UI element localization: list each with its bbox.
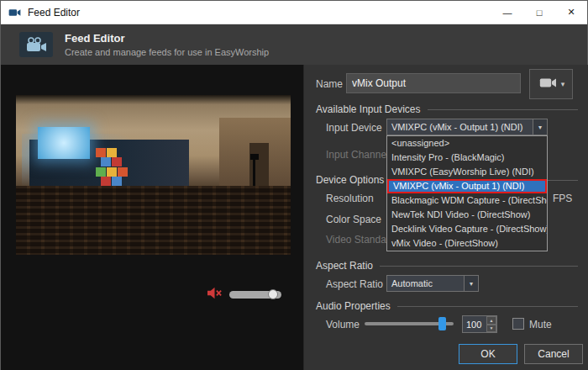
mute-label: Mute bbox=[529, 319, 552, 330]
resolution-label: Resolution bbox=[326, 193, 374, 204]
ok-button[interactable]: OK bbox=[459, 344, 517, 364]
chevron-down-icon[interactable]: ▾ bbox=[533, 119, 547, 135]
titlebar: Feed Editor — □ ✕ bbox=[1, 1, 587, 24]
dropdown-item-vmix-video[interactable]: vMix Video - (DirectShow) bbox=[387, 236, 547, 251]
stage-block bbox=[101, 177, 111, 186]
name-label: Name bbox=[316, 78, 343, 90]
close-button[interactable]: ✕ bbox=[555, 1, 587, 24]
dropdown-item-newtek-ndi[interactable]: NewTek NDI Video - (DirectShow) bbox=[387, 208, 547, 222]
dialog-title: Feed Editor bbox=[65, 32, 269, 45]
chevron-down-icon: ▾ bbox=[561, 80, 565, 88]
aspect-ratio-label: Aspect Ratio bbox=[326, 278, 383, 290]
dropdown-item-blackmagic-wdm[interactable]: Blackmagic WDM Capture - (DirectShow) bbox=[387, 193, 547, 208]
stage-block bbox=[101, 157, 111, 166]
cancel-button[interactable]: Cancel bbox=[524, 344, 583, 364]
video-preview-frame bbox=[16, 95, 291, 255]
section-device-options: Device Options bbox=[316, 174, 384, 186]
window-title: Feed Editor bbox=[28, 7, 80, 18]
maximize-button[interactable]: □ bbox=[523, 1, 555, 24]
muted-speaker-icon[interactable] bbox=[207, 287, 223, 303]
input-device-combo[interactable]: VMIXPC (vMix - Output 1) (NDI) ▾ bbox=[386, 119, 548, 135]
input-device-value: VMIXPC (vMix - Output 1) (NDI) bbox=[387, 122, 533, 132]
chevron-down-icon[interactable]: ▾ bbox=[464, 276, 478, 291]
dropdown-item-vmixpc-easyworship[interactable]: VMIXPC (EasyWorship Live) (NDI) bbox=[387, 165, 547, 179]
volume-slider[interactable] bbox=[365, 322, 454, 325]
volume-label: Volume bbox=[326, 319, 360, 330]
dropdown-item-vmixpc-vmix-output[interactable]: VMIXPC (vMix - Output 1) (NDI) bbox=[387, 179, 547, 193]
dropdown-item-decklink[interactable]: Decklink Video Capture - (DirectShow) bbox=[387, 222, 547, 236]
aspect-ratio-value: Automatic bbox=[387, 278, 464, 288]
input-channel-label: Input Channel bbox=[326, 149, 389, 161]
spinner-up-icon[interactable]: ▲ bbox=[486, 316, 496, 325]
audience-seats bbox=[16, 186, 291, 255]
stage-block bbox=[112, 157, 122, 166]
section-available-input-devices: Available Input Devices bbox=[316, 103, 421, 115]
video-preview-area bbox=[1, 65, 303, 370]
stage-block bbox=[96, 167, 106, 177]
projection-screen bbox=[38, 127, 90, 159]
volume-spinner: ▲ ▼ bbox=[486, 316, 496, 332]
dropdown-item-unassigned[interactable]: <unassigned> bbox=[387, 136, 547, 151]
fps-label: FPS bbox=[553, 193, 572, 204]
camera-head bbox=[250, 154, 259, 160]
dialog-header: Feed Editor Create and manage feeds for … bbox=[1, 24, 587, 65]
section-divider bbox=[397, 306, 578, 307]
section-aspect-ratio: Aspect Ratio bbox=[316, 260, 373, 272]
color-space-label: Color Space bbox=[326, 214, 381, 225]
stage-block bbox=[107, 167, 117, 177]
section-divider bbox=[428, 109, 578, 110]
feed-name-input[interactable] bbox=[346, 73, 521, 93]
preview-volume-slider[interactable] bbox=[229, 291, 281, 299]
preview-volume-handle[interactable] bbox=[268, 289, 278, 299]
dropdown-item-intensity-pro[interactable]: Intensity Pro - (BlackMagic) bbox=[387, 151, 547, 165]
volume-slider-handle[interactable] bbox=[438, 317, 446, 330]
stage-block bbox=[107, 148, 117, 157]
section-audio-properties: Audio Properties bbox=[316, 300, 391, 312]
spinner-down-icon[interactable]: ▼ bbox=[486, 325, 496, 333]
aspect-ratio-combo[interactable]: Automatic ▾ bbox=[386, 275, 479, 292]
stage-block bbox=[118, 167, 128, 177]
camera-icon bbox=[538, 77, 558, 92]
section-divider bbox=[380, 266, 578, 267]
input-device-dropdown-list: <unassigned> Intensity Pro - (BlackMagic… bbox=[386, 135, 548, 251]
stage-block bbox=[112, 177, 122, 186]
input-device-label: Input Device bbox=[326, 122, 382, 134]
camera-source-button[interactable]: ▾ bbox=[529, 69, 573, 99]
mute-checkbox[interactable] bbox=[512, 318, 524, 330]
feed-camera-icon bbox=[19, 32, 53, 57]
settings-panel: Name ▾ Available Input Devices Input Dev… bbox=[303, 65, 588, 370]
video-standard-label: Video Standard bbox=[326, 234, 396, 246]
dialog-subtitle: Create and manage feeds for use in EasyW… bbox=[65, 47, 269, 57]
minimize-button[interactable]: — bbox=[491, 1, 523, 24]
app-camera-icon bbox=[8, 8, 21, 18]
stage-block bbox=[96, 148, 106, 157]
feed-editor-dialog: Feed Editor — □ ✕ Feed Editor Create and… bbox=[0, 0, 588, 370]
